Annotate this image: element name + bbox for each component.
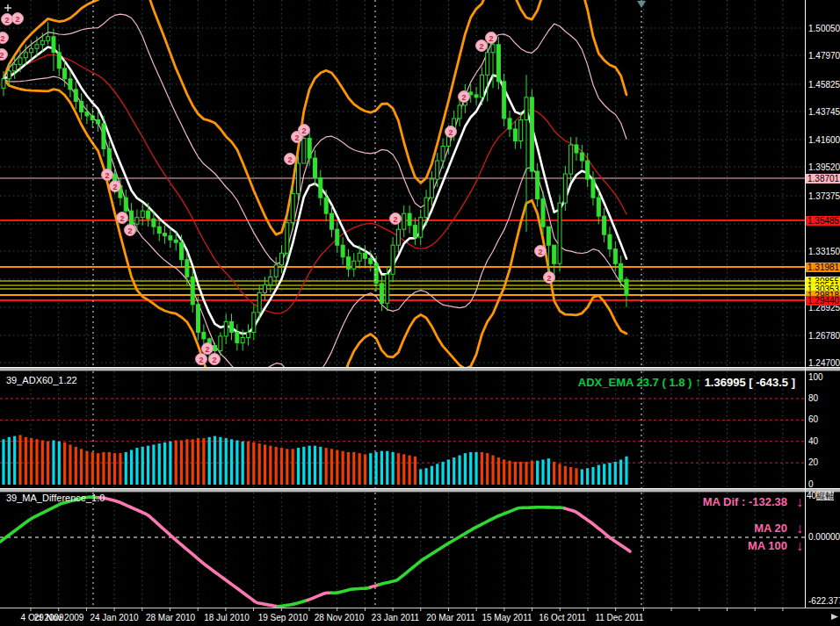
price-axis-label: 1.47970 (808, 51, 840, 61)
svg-text:2: 2 (0, 51, 4, 60)
svg-text:2: 2 (105, 171, 109, 180)
adx-scale-label: 40 (808, 436, 818, 446)
indicator-label-madiff: 39_MA_Difference_1.0 (6, 493, 105, 503)
ma-20-label: MA 20 (754, 522, 787, 535)
date-axis-label: 11 Dec 2011 (595, 613, 643, 622)
adx-scale-label: 20 (808, 457, 818, 467)
adx-price-text: 1.36995 [ -643.5 ] (705, 376, 795, 389)
madiff-scale-top-highlight: 縦軸 (816, 491, 834, 500)
svg-text:2: 2 (461, 93, 466, 102)
svg-text:2: 2 (0, 34, 4, 43)
date-axis-label: 15 May 2011 (482, 613, 532, 622)
down-arrow-icon: ↓ (796, 540, 803, 552)
price-axis-label: 1.33150 (808, 247, 840, 256)
date-axis-label: 16 Oct 2011 (539, 613, 586, 622)
chart-canvas[interactable]: 222222222222222222222 (0, 0, 840, 626)
ma-100-row: MA 100 ↓ (748, 539, 803, 552)
price-axis-label: 1.39520 (808, 162, 840, 172)
price-alert-tag: 1.35485 (806, 216, 840, 226)
date-axis-label: 28 Nov 2010 (315, 613, 365, 622)
ma-20-row: MA 20 ↓ (754, 522, 803, 535)
svg-text:2: 2 (112, 183, 117, 191)
svg-text:2: 2 (212, 356, 216, 364)
price-alert-tag: 1.38701 (806, 174, 840, 183)
price-axis-label: 1.45825 (808, 80, 840, 90)
svg-text:2: 2 (127, 227, 132, 235)
date-axis-label: 19 Sep 2010 (258, 613, 308, 622)
ma-dif-value: MA Dif : -132.38 (703, 495, 787, 508)
adx-scale-label: 80 (808, 393, 818, 403)
madiff-scale-top-plain: 40 (807, 491, 816, 500)
svg-text:2: 2 (489, 34, 493, 43)
svg-text:2: 2 (538, 248, 542, 256)
svg-text:2: 2 (15, 15, 19, 24)
price-axis-label: 1.50050 (808, 24, 840, 33)
svg-text:2: 2 (301, 126, 306, 135)
down-arrow-icon: ↓ (796, 496, 803, 508)
adx-scale-label: 0 (808, 479, 814, 489)
svg-text:2: 2 (4, 16, 9, 25)
price-axis-label: 1.37375 (808, 191, 840, 201)
ma-100-label: MA 100 (748, 539, 787, 552)
adx-status-readout: ADX_EMA 23.7 ( 1.8 ) ↑ 1.36995 [ -643.5 … (578, 375, 795, 389)
adx-scale-label: 100 (808, 372, 823, 382)
date-axis-border (0, 608, 840, 608)
down-arrow-icon: ↓ (796, 522, 803, 535)
adx-scale-label: 60 (808, 414, 818, 424)
date-axis-label: 28 Mar 2010 (146, 613, 195, 622)
panel-separator-2[interactable] (0, 488, 840, 493)
svg-text:2: 2 (199, 356, 203, 364)
date-axis-label: 23 Jan 2011 (372, 613, 419, 622)
price-axis-label: 1.24700 (808, 358, 840, 368)
price-axis-label: 1.41600 (808, 135, 840, 145)
price-alert-tag: 1.31981 (806, 263, 840, 272)
price-axis-label: 1.26780 (808, 331, 840, 341)
date-axis-label: 20 Mar 2011 (426, 613, 474, 622)
svg-text:2: 2 (479, 42, 483, 51)
svg-text:2: 2 (287, 155, 292, 164)
adx-value-text: ADX_EMA 23.7 ( 1.8 ) (578, 376, 692, 389)
svg-text:2: 2 (448, 128, 453, 137)
madiff-scale-zero: 0.00000 (808, 532, 840, 542)
svg-text:2: 2 (547, 274, 551, 283)
svg-text:2: 2 (294, 133, 299, 142)
date-axis-label: 29 Nov 2009 (34, 613, 84, 622)
panel-separator-1[interactable] (0, 367, 840, 371)
price-alert-tag: 1.29440 (806, 296, 840, 306)
indicator-label-adx: 39_ADX60_1.22 (6, 375, 77, 385)
svg-text:2: 2 (119, 214, 124, 223)
svg-text:2: 2 (393, 215, 397, 224)
price-axis-label: 1.43745 (808, 107, 840, 117)
date-axis-label: 18 Jul 2010 (204, 613, 250, 622)
madiff-scale-top: 40縦軸 (807, 491, 834, 501)
svg-text:2: 2 (205, 345, 209, 354)
ma-dif-row: MA Dif : -132.38 ↓ (703, 495, 803, 508)
madiff-scale-min: -622.377 (808, 596, 840, 606)
mt4-chart-window: 222222222222222222222 39_ADX60_1.22 ADX_… (0, 0, 840, 626)
madiff-panel (0, 493, 805, 608)
date-axis-label: 24 Jan 2010 (90, 613, 138, 622)
adx-up-arrow-icon: ↑ (695, 375, 701, 389)
